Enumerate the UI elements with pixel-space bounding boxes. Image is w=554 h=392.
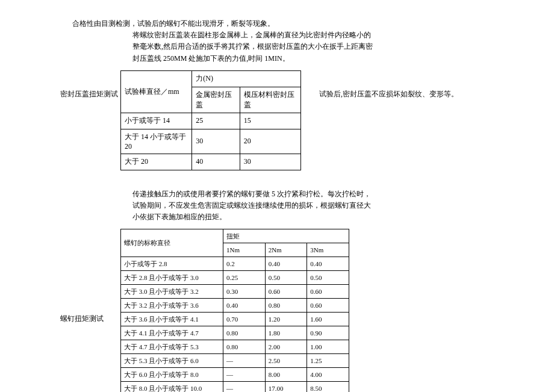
table-row: 大于 14 小于或等于20 30 20 xyxy=(121,129,301,154)
intro-text: 合格性由目测检测，试验后的螺钉不能出现滑牙，断裂等现象。 xyxy=(72,18,494,30)
section2-desc: 传递接触压力的或使用者要拧紧的螺钉要做 5 次拧紧和拧松。每次拧松时，试验期间，… xyxy=(132,188,373,223)
section1-desc: 将螺纹密封压盖装在圆柱形金属棒上，金属棒的直径为比密封件内径略小的整毫米数,然后… xyxy=(132,30,373,64)
t1-subheader1: 金属密封压盖 xyxy=(192,87,240,113)
table-row: 大于 20 40 30 xyxy=(121,154,301,170)
table-row: 大于 4.1 且小于或等于 4.70.801.800.90 xyxy=(121,326,349,340)
t2-sub1: 1Nm xyxy=(223,243,265,257)
section1-afternote: 试验后,密封压盖不应损坏如裂纹、变形等。 xyxy=(319,70,458,100)
section1-label: 密封压盖扭矩测试 xyxy=(60,70,120,100)
table-row: 小于或等于 14 25 15 xyxy=(121,113,301,129)
table-row: 大于 8.0 且小于或等于 10.0—17.008.50 xyxy=(121,382,349,392)
t2-header1: 螺钉的标称直径 xyxy=(121,229,223,257)
t1-subheader2: 模压材料密封压盖 xyxy=(240,87,300,113)
t1-header2: 力(N) xyxy=(192,70,301,87)
table-row: 大于 3.0 且小于或等于 3.20.300.600.60 xyxy=(121,285,349,299)
table-row: 大于 4.7 且小于或等于 5.30.802.001.00 xyxy=(121,340,349,354)
section2: 螺钉扭矩测试 螺钉的标称直径 扭矩 1Nm 2Nm 3Nm 小于或等于 2.80… xyxy=(60,229,494,392)
table-row: 大于 6.0 且小于或等于 8.0—8.004.00 xyxy=(121,368,349,382)
t1-header1: 试验棒直径／mm xyxy=(121,70,192,113)
t2-header2: 扭矩 xyxy=(223,229,349,243)
table2: 螺钉的标称直径 扭矩 1Nm 2Nm 3Nm 小于或等于 2.80.20.400… xyxy=(120,229,349,392)
table1: 试验棒直径／mm 力(N) 金属密封压盖 模压材料密封压盖 小于或等于 14 2… xyxy=(120,70,301,170)
table-row: 大于 5.3 且小于或等于 6.0—2.501.25 xyxy=(121,354,349,368)
section1: 密封压盖扭矩测试 试验棒直径／mm 力(N) 金属密封压盖 模压材料密封压盖 小… xyxy=(60,70,494,170)
t2-sub3: 3Nm xyxy=(307,243,349,257)
table-row: 大于 3.6 且小于或等于 4.10.701.201.60 xyxy=(121,313,349,326)
t2-sub2: 2Nm xyxy=(265,243,307,257)
table-row: 小于或等于 2.80.20.400.40 xyxy=(121,257,349,271)
table-row: 大于 2.8 且小于或等于 3.00.250.500.50 xyxy=(121,271,349,285)
table-row: 大于 3.2 且小于或等于 3.60.400.800.60 xyxy=(121,299,349,313)
section2-label: 螺钉扭矩测试 xyxy=(60,229,120,325)
